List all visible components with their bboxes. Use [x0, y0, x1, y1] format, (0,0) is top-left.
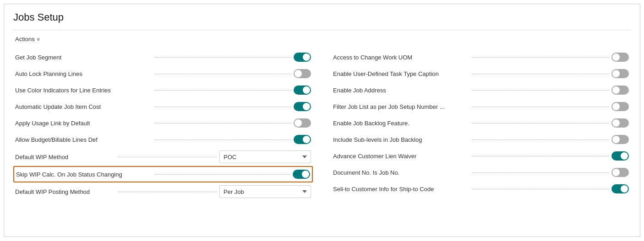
dots-separator [472, 74, 609, 74]
actions-bar: Actions ∨ [13, 35, 631, 43]
setting-label: Enable Job Backlog Feature. [333, 120, 469, 127]
dots-separator [117, 157, 217, 157]
toggle-switch[interactable] [611, 53, 629, 62]
left-settings-column: Get Job SegmentAuto Lock Planning LinesU… [13, 49, 313, 201]
toggle-switch[interactable] [294, 53, 311, 62]
toggle-switch[interactable] [611, 118, 629, 128]
setting-row-sell-to-customer-info: Sell-to Customer Info for Ship-to Code [331, 181, 631, 197]
setting-row-include-sub-levels: Include Sub-levels in Job Backlog [331, 131, 631, 148]
select-wrapper: Per JobPer Job Ledger Entry [219, 185, 311, 198]
dropdown-select[interactable]: POCCompleted ContractCost of SalesPercen… [219, 150, 311, 163]
setting-row-access-change-work-uom: Access to Change Work UOM [331, 49, 631, 65]
setting-row-filter-job-list: Filter Job List as per Job Setup Number … [331, 98, 631, 115]
toggle-switch[interactable] [611, 102, 629, 111]
setting-label: Default WIP Posting Method [15, 188, 115, 195]
dots-separator [472, 172, 609, 173]
actions-label: Actions [15, 36, 35, 43]
toggle-switch[interactable] [611, 168, 629, 177]
dots-separator [472, 107, 609, 107]
setting-row-auto-lock-planning: Auto Lock Planning Lines [13, 65, 313, 82]
dots-separator [472, 156, 609, 156]
setting-row-allow-budget-billable: Allow Budget/Billable Lines Def [13, 131, 313, 148]
setting-label: Use Color Indicators for Line Entries [15, 87, 152, 94]
dots-separator [154, 123, 291, 123]
setting-row-enable-user-defined-task: Enable User-Defined Task Type Caption [331, 65, 631, 82]
setting-label: Allow Budget/Billable Lines Def [15, 136, 152, 143]
dropdown-select[interactable]: Per JobPer Job Ledger Entry [219, 185, 311, 198]
setting-label: Auto Lock Planning Lines [15, 70, 152, 77]
setting-row-skip-wip-calc: Skip WIP Calc. On Job Status Changing [13, 166, 313, 182]
dots-separator [154, 57, 291, 58]
setting-row-automatic-update-job: Automatic Update Job Item Cost [13, 98, 313, 115]
dots-separator [154, 174, 290, 175]
setting-label: Sell-to Customer Info for Ship-to Code [333, 186, 469, 193]
toggle-switch[interactable] [294, 69, 311, 78]
setting-row-default-wip-method: Default WIP MethodPOCCompleted ContractC… [13, 148, 313, 166]
dots-separator [472, 139, 609, 140]
setting-label: Apply Usage Link by Default [15, 120, 152, 127]
right-settings-column: Access to Change Work UOMEnable User-Def… [331, 49, 631, 201]
setting-row-apply-usage-link: Apply Usage Link by Default [13, 115, 313, 131]
toggle-switch[interactable] [294, 102, 311, 111]
dots-separator [472, 123, 609, 123]
dots-separator [154, 139, 291, 140]
setting-label: Get Job Segment [15, 54, 152, 61]
setting-label: Advance Customer Lien Waiver [333, 153, 469, 160]
dots-separator [472, 90, 609, 91]
setting-row-enable-job-backlog: Enable Job Backlog Feature. [331, 115, 631, 131]
setting-row-document-no-is-job-no: Document No. Is Job No. [331, 164, 631, 181]
settings-grid: Get Job SegmentAuto Lock Planning LinesU… [13, 49, 631, 201]
toggle-switch[interactable] [611, 135, 629, 144]
dots-separator [154, 107, 291, 107]
setting-label: Enable Job Address [333, 87, 469, 94]
setting-label: Include Sub-levels in Job Backlog [333, 136, 469, 143]
setting-row-use-color-indicators: Use Color Indicators for Line Entries [13, 82, 313, 98]
dots-separator [154, 74, 291, 74]
actions-button[interactable]: Actions ∨ [13, 35, 42, 43]
dots-separator [472, 57, 609, 58]
setting-row-enable-job-address: Enable Job Address [331, 82, 631, 98]
toggle-switch[interactable] [611, 86, 629, 95]
dots-separator [117, 192, 217, 192]
setting-label: Enable User-Defined Task Type Caption [333, 70, 469, 77]
dots-separator [472, 189, 609, 189]
setting-row-get-job-segment: Get Job Segment [13, 49, 313, 65]
setting-row-advance-customer-lien: Advance Customer Lien Waiver [331, 148, 631, 164]
toggle-switch[interactable] [294, 118, 311, 128]
chevron-down-icon: ∨ [37, 37, 40, 42]
setting-label: Skip WIP Calc. On Job Status Changing [16, 171, 152, 178]
toggle-switch[interactable] [611, 151, 629, 161]
select-wrapper: POCCompleted ContractCost of SalesPercen… [219, 150, 311, 163]
toggle-switch[interactable] [294, 86, 311, 95]
setting-label: Filter Job List as per Job Setup Number … [333, 103, 469, 110]
setting-label: Document No. Is Job No. [333, 169, 469, 176]
toggle-switch[interactable] [611, 69, 629, 78]
setting-row-default-wip-posting: Default WIP Posting MethodPer JobPer Job… [13, 182, 313, 201]
setting-label: Automatic Update Job Item Cost [15, 103, 152, 110]
page-title: Jobs Setup [13, 11, 631, 23]
toggle-switch[interactable] [293, 170, 310, 179]
toggle-switch[interactable] [611, 184, 629, 193]
setting-label: Default WIP Method [15, 154, 115, 161]
toggle-switch[interactable] [294, 135, 311, 144]
jobs-setup-page: Jobs Setup Actions ∨ Get Job SegmentAuto… [4, 4, 640, 237]
dots-separator [154, 90, 291, 91]
setting-label: Access to Change Work UOM [333, 54, 469, 61]
divider [13, 30, 631, 30]
